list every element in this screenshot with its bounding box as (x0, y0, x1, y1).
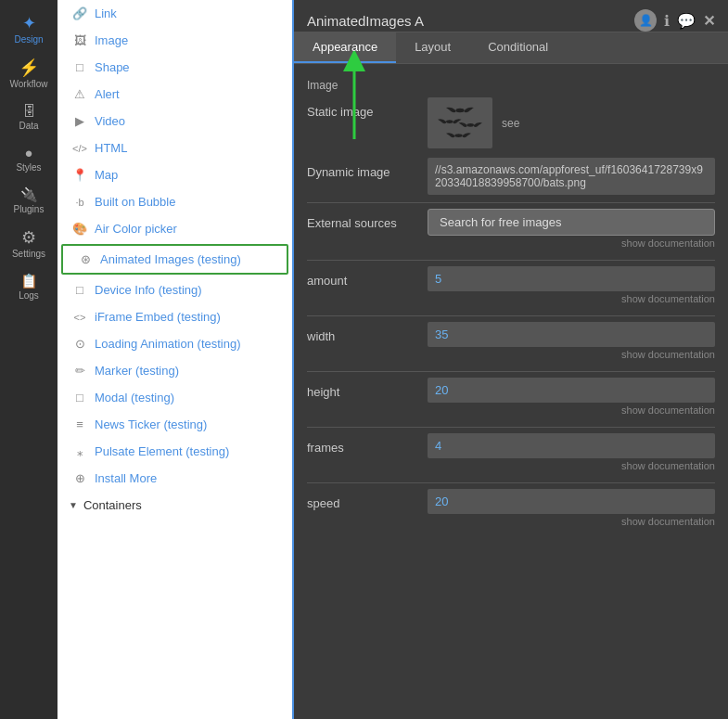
loading-animation-icon: ⊙ (72, 337, 87, 351)
sidebar-item-map[interactable]: 📍 Map (57, 161, 292, 188)
sidebar-item-plugins[interactable]: 🔌 Plugins (0, 180, 57, 222)
height-show-doc[interactable]: show documentation (428, 403, 715, 421)
right-panel: AnimatedImages A 👤 ℹ 💬 ✕ Appearance Layo… (294, 0, 728, 719)
sidebar-item-install-more[interactable]: ⊕ Install More (57, 465, 292, 492)
amount-value[interactable]: 5 (428, 266, 715, 291)
link-icon: 🔗 (72, 6, 87, 20)
speed-row: speed 20 show documentation (307, 489, 715, 533)
frames-show-doc[interactable]: show documentation (428, 458, 715, 477)
speed-value-col: 20 show documentation (428, 489, 715, 533)
search-free-images-button[interactable]: Search for free images (428, 209, 715, 236)
sidebar-item-html[interactable]: </> HTML (57, 135, 292, 161)
svg-point-4 (454, 134, 462, 137)
sidebar-item-pulsate-element[interactable]: ⁎ Pulsate Element (testing) (57, 438, 292, 465)
styles-icon: ● (24, 146, 32, 160)
sidebar-item-design[interactable]: ✦ Design (0, 7, 57, 52)
data-icon: 🗄 (22, 104, 36, 118)
sidebar-item-settings[interactable]: ⚙ Settings (0, 222, 57, 266)
icon-sidebar: ✦ Design ⚡ Workflow 🗄 Data ● Styles 🔌 Pl… (0, 0, 57, 719)
amount-row: amount 5 show documentation (307, 266, 715, 310)
comment-icon[interactable]: 💬 (677, 12, 696, 30)
containers-arrow-icon: ▼ (69, 500, 78, 510)
html-icon: </> (72, 143, 87, 154)
bat-image-svg (432, 102, 488, 144)
height-row: height 20 show documentation (307, 378, 715, 421)
video-icon: ▶ (72, 114, 87, 128)
width-value-col: 35 show documentation (428, 322, 715, 366)
static-image-thumb[interactable] (428, 97, 492, 148)
divider-3 (307, 315, 715, 316)
device-info-icon: □ (72, 283, 87, 297)
panel-header: AnimatedImages A 👤 ℹ 💬 ✕ (294, 0, 728, 32)
sidebar-item-iframe-embed[interactable]: <> iFrame Embed (testing) (57, 303, 292, 330)
sidebar-item-news-ticker[interactable]: ≡ News Ticker (testing) (57, 411, 292, 438)
static-image-row: Static image (307, 97, 715, 156)
marker-icon: ✏ (72, 364, 87, 378)
tab-appearance[interactable]: Appearance (294, 32, 396, 63)
divider-4 (307, 371, 715, 372)
external-sources-row: External sources Search for free images … (307, 209, 715, 254)
install-more-icon: ⊕ (72, 471, 87, 485)
divider-6 (307, 482, 715, 483)
tab-conditional[interactable]: Conditional (469, 32, 567, 63)
svg-point-3 (467, 123, 475, 127)
sidebar-item-modal[interactable]: □ Modal (testing) (57, 384, 292, 411)
pulsate-icon: ⁎ (72, 444, 87, 458)
sidebar-item-shape[interactable]: □ Shape (57, 54, 292, 81)
height-value[interactable]: 20 (428, 378, 715, 403)
sidebar-item-animated-images[interactable]: ⊛ Animated Images (testing) (61, 244, 288, 275)
close-icon[interactable]: ✕ (703, 12, 715, 30)
design-icon: ✦ (22, 15, 36, 32)
sidebar-item-link[interactable]: 🔗 Link (57, 0, 292, 27)
account-icon[interactable]: 👤 (634, 9, 657, 32)
sidebar-item-alert[interactable]: ⚠ Alert (57, 81, 292, 108)
sidebar-item-video[interactable]: ▶ Video (57, 108, 292, 135)
sidebar-item-logs[interactable]: 📋 Logs (0, 266, 57, 308)
speed-value[interactable]: 20 (428, 489, 715, 514)
divider-5 (307, 427, 715, 428)
sidebar-item-loading-animation[interactable]: ⊙ Loading Animation (testing) (57, 330, 292, 357)
dynamic-image-value[interactable]: //s3.amazonaws.com/appforest_uf/f1603641… (428, 158, 715, 195)
external-sources-show-doc[interactable]: show documentation (428, 236, 715, 254)
dynamic-image-value-col: //s3.amazonaws.com/appforest_uf/f1603641… (428, 158, 715, 195)
alert-icon: ⚠ (72, 87, 87, 101)
static-image-label: Static image (307, 97, 428, 119)
logs-icon: 📋 (20, 274, 38, 288)
speed-label: speed (307, 489, 428, 510)
tabs: Appearance Layout Conditional (294, 32, 728, 64)
dynamic-image-row: Dynamic image //s3.amazonaws.com/appfore… (307, 158, 715, 195)
speed-show-doc[interactable]: show documentation (428, 514, 715, 533)
sidebar-item-data[interactable]: 🗄 Data (0, 96, 57, 138)
containers-section-header[interactable]: ▼ Containers (57, 492, 292, 519)
frames-value[interactable]: 4 (428, 433, 715, 458)
divider-1 (307, 202, 715, 203)
sidebar-item-workflow[interactable]: ⚡ Workflow (0, 52, 57, 96)
divider-2 (307, 260, 715, 261)
image-icon: 🖼 (72, 33, 87, 47)
sidebar-item-styles[interactable]: ● Styles (0, 138, 57, 180)
external-sources-value-col: Search for free images show documentatio… (428, 209, 715, 254)
amount-value-col: 5 show documentation (428, 266, 715, 310)
sidebar-item-built-on-bubble[interactable]: ·b Built on Bubble (57, 188, 292, 215)
width-value[interactable]: 35 (428, 322, 715, 347)
news-ticker-icon: ≡ (72, 417, 87, 431)
sidebar-item-air-color-picker[interactable]: 🎨 Air Color picker (57, 215, 292, 242)
height-label: height (307, 378, 428, 399)
static-image-see-link[interactable]: see (502, 117, 519, 130)
tab-layout[interactable]: Layout (396, 32, 469, 63)
iframe-icon: <> (72, 312, 87, 323)
workflow-icon: ⚡ (19, 59, 39, 76)
height-value-col: 20 show documentation (428, 378, 715, 421)
info-icon[interactable]: ℹ (664, 12, 670, 30)
sidebar-item-device-info[interactable]: □ Device Info (testing) (57, 276, 292, 303)
color-picker-icon: 🎨 (72, 222, 87, 236)
left-panel: 🔗 Link 🖼 Image □ Shape ⚠ Alert ▶ Video <… (57, 0, 294, 719)
sidebar-item-image[interactable]: 🖼 Image (57, 27, 292, 54)
width-row: width 35 show documentation (307, 322, 715, 366)
modal-icon: □ (72, 391, 87, 404)
sidebar-item-marker[interactable]: ✏ Marker (testing) (57, 357, 292, 384)
width-show-doc[interactable]: show documentation (428, 347, 715, 366)
width-label: width (307, 322, 428, 343)
panel-header-icons: 👤 ℹ 💬 ✕ (634, 9, 715, 32)
amount-show-doc[interactable]: show documentation (428, 291, 715, 310)
